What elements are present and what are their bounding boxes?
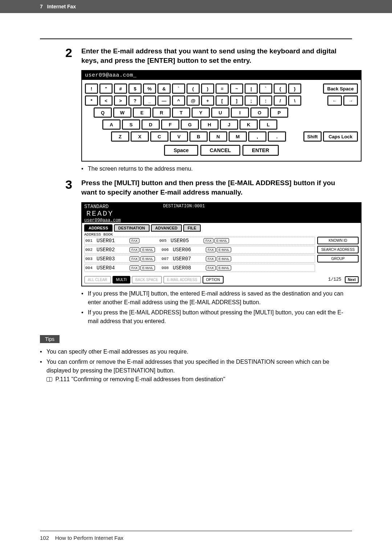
key-equals[interactable]: = [216,83,229,94]
key-lt[interactable]: < [99,95,113,106]
key-arrow-left[interactable]: ← [327,95,342,106]
back-space-button[interactable]: BACK SPACE [132,276,162,284]
email-button[interactable]: E-MAIL [217,265,231,270]
key-s[interactable]: S [122,119,140,130]
email-button[interactable]: E-MAIL [217,247,231,252]
key-comma[interactable]: , [248,131,266,142]
key-backspace[interactable]: Back Space [323,83,358,94]
key-m[interactable]: M [229,131,247,142]
key-slash[interactable]: / [274,95,287,106]
key-rparen[interactable]: ) [201,83,214,94]
key-e[interactable]: E [133,107,151,118]
key-v[interactable]: V [170,131,188,142]
all-clear-button[interactable]: ALL CLEAR [84,276,111,284]
user-name[interactable]: USER06 [173,247,205,253]
user-name[interactable]: USER03 [97,256,128,262]
tab-file[interactable]: FILE [183,224,201,232]
key-f[interactable]: F [161,119,179,130]
email-button[interactable]: E-MAIL [140,265,155,270]
key-shift[interactable]: Shift [303,131,322,142]
key-r[interactable]: R [152,107,171,118]
key-semi[interactable]: ; [245,95,258,106]
user-name[interactable]: USER08 [173,265,205,271]
key-rbrace[interactable]: } [288,83,301,94]
user-name[interactable]: USER01 [97,238,128,244]
key-pipe[interactable]: | [245,83,258,94]
email-button[interactable]: E-MAIL [215,238,229,243]
key-backtick2[interactable]: ` [259,83,272,94]
email-button[interactable]: E-MAIL [140,256,155,261]
key-w[interactable]: W [113,107,131,118]
next-button[interactable]: Next [345,276,359,283]
tab-destination[interactable]: DESTINATION [114,224,150,232]
key-at[interactable]: @ [187,95,200,106]
key-space[interactable]: Space [164,145,198,156]
fax-button[interactable]: FAX [130,265,139,270]
key-plus[interactable]: + [201,95,214,106]
key-c[interactable]: C [150,131,168,142]
fax-button[interactable]: FAX [130,256,139,261]
key-arrow-right[interactable]: → [343,95,358,106]
key-h[interactable]: H [200,119,219,130]
key-k[interactable]: K [240,119,258,130]
key-colon[interactable]: : [259,95,272,106]
search-address-button[interactable]: SEARCH ADDRESS [317,246,359,253]
multi-button[interactable]: MULTI [113,276,130,284]
fax-button[interactable]: FAX [206,265,216,270]
key-g[interactable]: G [181,119,199,130]
known-id-button[interactable]: KNOWN ID [317,237,359,244]
fax-button[interactable]: FAX [206,247,216,252]
key-i[interactable]: I [231,107,249,118]
key-qmark[interactable]: ? [128,95,142,106]
fax-button[interactable]: FAX [206,256,216,261]
key-y[interactable]: Y [192,107,210,118]
email-button[interactable]: E-MAIL [140,247,155,252]
key-backtick[interactable]: ` [172,83,185,94]
user-name[interactable]: USER04 [97,265,128,271]
key-bslash[interactable]: \ [288,95,301,106]
key-caret[interactable]: ^ [172,95,185,106]
key-exclaim[interactable]: ! [85,83,98,94]
enter-button[interactable]: ENTER [242,145,278,156]
key-under[interactable]: _ [143,95,156,106]
key-n[interactable]: N [209,131,227,142]
group-button[interactable]: GROUP [317,255,359,262]
key-lbracket[interactable]: [ [216,95,229,106]
user-name[interactable]: USER05 [171,238,203,244]
key-b[interactable]: B [189,131,208,142]
key-z[interactable]: Z [111,131,129,142]
key-lbrace[interactable]: { [274,83,287,94]
key-a[interactable]: A [102,119,121,130]
key-dquote[interactable]: " [99,83,113,94]
user-name[interactable]: USER02 [97,247,128,253]
key-p[interactable]: P [270,107,288,118]
key-dollar[interactable]: $ [128,83,142,94]
key-gt[interactable]: > [114,95,127,106]
tab-advanced[interactable]: ADVANCED [151,224,182,232]
key-j[interactable]: J [220,119,238,130]
key-capslock[interactable]: Caps Lock [323,131,358,142]
fax-button[interactable]: FAX [204,238,213,243]
key-percent[interactable]: % [143,83,156,94]
key-dash[interactable]: — [158,95,171,106]
cancel-button[interactable]: CANCEL [200,145,240,156]
user-name[interactable]: USER07 [173,256,205,262]
fax-button[interactable]: FAX [130,247,139,252]
key-t[interactable]: T [172,107,190,118]
fax-button[interactable]: FAX [130,238,139,243]
key-rbracket[interactable]: ] [230,95,243,106]
key-amp[interactable]: & [158,83,171,94]
key-d[interactable]: D [142,119,160,130]
key-tilde[interactable]: ~ [230,83,243,94]
key-q[interactable]: Q [94,107,112,118]
key-u[interactable]: U [211,107,229,118]
key-star[interactable]: * [85,95,98,106]
email-button[interactable]: E-MAIL [217,256,231,261]
tab-address[interactable]: ADDRESS [84,224,113,232]
key-hash[interactable]: # [114,83,127,94]
option-button[interactable]: OPTION [203,276,224,284]
key-period[interactable]: . [268,131,286,142]
email-address-button[interactable]: E-MAIL ADDRESS [163,276,201,284]
key-o[interactable]: O [250,107,269,118]
key-l[interactable]: L [259,119,277,130]
